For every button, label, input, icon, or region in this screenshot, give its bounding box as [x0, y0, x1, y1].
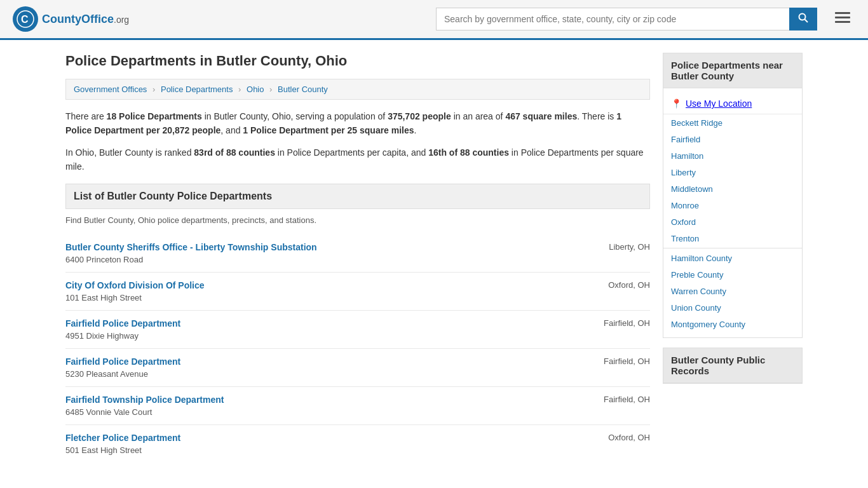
list-section-header: List of Butler County Police Departments [65, 184, 650, 209]
listing-city: Oxford, OH [608, 433, 650, 442]
sidebar-item-warren-county[interactable]: Warren County [663, 283, 802, 299]
listing-left: City Of Oxford Division Of Police 101 Ea… [65, 280, 205, 302]
listing-left: Butler County Sheriffs Office - Liberty … [65, 242, 317, 264]
search-input[interactable] [436, 8, 789, 30]
listing-left: Fairfield Township Police Department 648… [65, 395, 224, 417]
description-para-1: There are 18 Police Departments in Butle… [65, 109, 650, 138]
sidebar-item-middletown[interactable]: Middletown [663, 180, 802, 197]
listing-address: 501 East High Street [65, 445, 142, 455]
search-button[interactable] [789, 8, 817, 30]
breadcrumb: Government Offices › Police Departments … [65, 79, 650, 100]
listing-address: 6485 Vonnie Vale Court [65, 407, 152, 417]
listing-name-link[interactable]: Fletcher Police Department [65, 433, 180, 443]
logo-icon: C [13, 6, 38, 32]
nearby-section: Police Departments near Butler County 📍 … [663, 53, 803, 338]
description-para-2: In Ohio, Butler County is ranked 83rd of… [65, 146, 650, 174]
menu-button[interactable] [830, 8, 855, 30]
search-container [436, 8, 817, 30]
svg-rect-5 [835, 17, 850, 18]
listing-left: Fairfield Police Department 4951 Dixie H… [65, 318, 180, 341]
breadcrumb-gov-offices[interactable]: Government Offices [74, 85, 147, 94]
listing-city: Fairfield, OH [604, 356, 650, 366]
listing-address: 4951 Dixie Highway [65, 331, 139, 341]
svg-rect-6 [835, 21, 850, 23]
sidebar-item-montgomery-county[interactable]: Montgomery County [663, 316, 802, 332]
sidebar-item-hamilton-county[interactable]: Hamilton County [663, 250, 802, 266]
public-records-section: Butler County Public Records [663, 348, 803, 384]
logo-link[interactable]: C CountyOffice.org [13, 6, 129, 32]
listing-city: Fairfield, OH [604, 395, 650, 404]
sidebar-item-beckett-ridge[interactable]: Beckett Ridge [663, 114, 802, 131]
sidebar-divider [663, 248, 802, 248]
listing-city: Oxford, OH [608, 280, 650, 290]
list-section-description: Find Butler County, Ohio police departme… [65, 215, 650, 225]
listing-city: Liberty, OH [609, 242, 650, 252]
listing-left: Fairfield Police Department 5230 Pleasan… [65, 356, 180, 379]
listing-item: Fletcher Police Department 501 East High… [65, 425, 650, 463]
nearby-list: 📍 Use My Location Beckett Ridge Fairfiel… [663, 88, 802, 337]
svg-rect-4 [835, 12, 850, 14]
use-location-item: 📍 Use My Location [663, 93, 802, 114]
svg-text:C: C [21, 14, 29, 25]
sidebar-item-trenton[interactable]: Trenton [663, 230, 802, 247]
listing-item: Butler County Sheriffs Office - Liberty … [65, 234, 650, 273]
breadcrumb-butler-county[interactable]: Butler County [278, 85, 328, 94]
public-records-header: Butler County Public Records [663, 348, 802, 383]
listing-name-link[interactable]: Fairfield Police Department [65, 356, 180, 367]
listing-address: 101 East High Street [65, 293, 142, 302]
sidebar-item-union-county[interactable]: Union County [663, 299, 802, 316]
location-pin-icon: 📍 [671, 98, 682, 109]
svg-point-2 [799, 14, 806, 20]
sidebar-item-monroe[interactable]: Monroe [663, 197, 802, 214]
use-location-link[interactable]: Use My Location [686, 98, 752, 109]
svg-line-3 [805, 20, 808, 23]
nearby-section-header: Police Departments near Butler County [663, 53, 802, 88]
breadcrumb-ohio[interactable]: Ohio [247, 85, 264, 94]
listing-left: Fletcher Police Department 501 East High… [65, 433, 180, 455]
listing-name-link[interactable]: City Of Oxford Division Of Police [65, 280, 205, 290]
listing-item: City Of Oxford Division Of Police 101 Ea… [65, 273, 650, 311]
listing-name-link[interactable]: Butler County Sheriffs Office - Liberty … [65, 242, 317, 252]
main-content: Police Departments in Butler County, Ohi… [53, 40, 815, 475]
sidebar-item-fairfield[interactable]: Fairfield [663, 131, 802, 147]
listing-name-link[interactable]: Fairfield Police Department [65, 318, 180, 329]
breadcrumb-police-depts[interactable]: Police Departments [161, 85, 233, 94]
logo-text: CountyOffice.org [42, 13, 129, 26]
listings-container: Butler County Sheriffs Office - Liberty … [65, 234, 650, 463]
left-column: Police Departments in Butler County, Ohi… [65, 53, 650, 463]
page-title: Police Departments in Butler County, Ohi… [65, 53, 650, 69]
listing-item: Fairfield Police Department 5230 Pleasan… [65, 349, 650, 387]
listing-address: 6400 Princeton Road [65, 255, 143, 264]
listing-item: Fairfield Police Department 4951 Dixie H… [65, 311, 650, 349]
listing-address: 5230 Pleasant Avenue [65, 369, 148, 379]
sidebar-item-hamilton[interactable]: Hamilton [663, 147, 802, 164]
sidebar-item-liberty[interactable]: Liberty [663, 164, 802, 180]
site-header: C CountyOffice.org [0, 0, 868, 40]
listing-item: Fairfield Township Police Department 648… [65, 387, 650, 425]
sidebar-item-oxford[interactable]: Oxford [663, 214, 802, 230]
right-sidebar: Police Departments near Butler County 📍 … [663, 53, 803, 463]
listing-city: Fairfield, OH [604, 318, 650, 328]
listing-name-link[interactable]: Fairfield Township Police Department [65, 395, 224, 405]
sidebar-item-preble-county[interactable]: Preble County [663, 266, 802, 283]
